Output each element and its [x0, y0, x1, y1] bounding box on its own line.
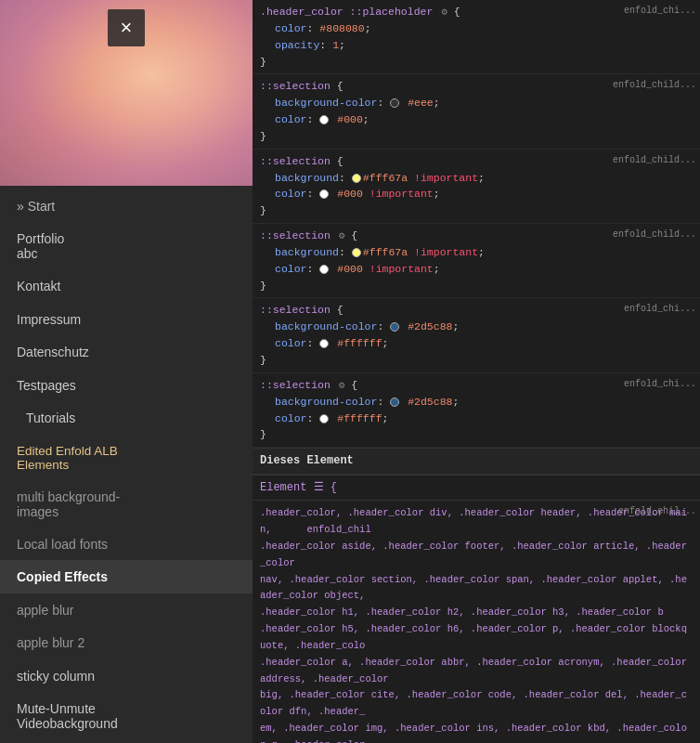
file-label-4: enfold_child... [613, 228, 696, 242]
code-block-6: enfold_chi... ::selection ⚙ { background… [253, 373, 700, 448]
sidebar-item-testpages[interactable]: Testpages [0, 369, 253, 401]
long-selector-text: .header_color, .header_color div, .heade… [260, 507, 693, 743]
code-block-2: enfold_child... ::selection { background… [253, 74, 700, 149]
close-button[interactable]: × [108, 9, 145, 46]
file-label-5: enfold_chi... [624, 302, 696, 317]
file-label-2: enfold_child... [613, 78, 696, 93]
sidebar-hero: × [0, 0, 253, 186]
sidebar-item-copied-effects[interactable]: Copied Effects [0, 560, 253, 593]
section-element: Element ☰ { [253, 475, 700, 502]
sidebar-item-kontakt[interactable]: Kontakt [0, 269, 253, 302]
code-block-5: enfold_chi... ::selection { background-c… [253, 298, 700, 372]
section-dieses-element: Dieses Element [253, 448, 700, 475]
sidebar-item-tutorials[interactable]: Tutorials [0, 401, 253, 434]
code-block-3: enfold_child... ::selection { background… [253, 150, 700, 224]
sidebar-item-mute-unmute[interactable]: Mute-UnmuteVideobackground [0, 692, 253, 739]
file-label-1: enfold_chi... [624, 4, 696, 19]
sidebar-item-start[interactable]: Start [0, 189, 253, 222]
file-label-long: enfold_chil... [618, 504, 696, 519]
file-label-3: enfold_child... [613, 153, 696, 168]
code-block-4: enfold_child... ::selection ⚙ { backgrou… [253, 224, 700, 298]
sidebar-item-impressum[interactable]: Impressum [0, 303, 253, 335]
sidebar-item-multi-background[interactable]: multi background-images [0, 480, 253, 528]
sidebar-item-apple-blur-2[interactable]: apple blur 2 [0, 626, 253, 658]
code-block-long-selector: enfold_chil... .header_color, .header_co… [253, 501, 700, 743]
file-label-6: enfold_chi... [624, 377, 696, 392]
sidebar-item-local-load[interactable]: Local load fonts [0, 528, 253, 560]
nav-list: Start Portfolioabc Kontakt Impressum Dat… [0, 186, 253, 743]
code-block-1: enfold_chi... .header_color ::placeholde… [253, 0, 700, 74]
code-panel[interactable]: enfold_chi... .header_color ::placeholde… [253, 0, 700, 743]
sidebar-item-apple-blur[interactable]: apple blur [0, 593, 253, 626]
sidebar-item-edited-enfold[interactable]: Edited Enfold ALBElements [0, 435, 253, 480]
sidebar-item-portfolio[interactable]: Portfolioabc [0, 222, 253, 269]
sidebar-item-datenschutz[interactable]: Datenschutz [0, 335, 253, 368]
sidebar-item-sticky-column[interactable]: sticky column [0, 659, 253, 692]
sidebar: × Start Portfolioabc Kontakt Impressum D… [0, 0, 253, 743]
